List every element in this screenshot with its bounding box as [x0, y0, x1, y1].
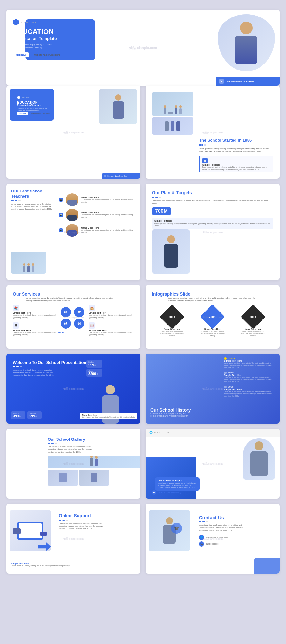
box-icon: 📋	[202, 158, 208, 163]
hi-year-1: 2025	[229, 357, 235, 360]
history-items: 2025 Simple Text Here Lorem ipsum is a s…	[224, 357, 275, 400]
cd-3	[206, 521, 208, 522]
diamond-value-2: 700K	[209, 315, 216, 319]
svc-desc-l1: Lorem ipsum is a simply dummy text of th…	[13, 314, 58, 319]
svc-num-01: 01	[61, 307, 71, 317]
hi-dot-1	[224, 357, 227, 360]
teacher-avatar-3	[66, 224, 78, 237]
welcome-header: Welcome To Our School Presentation Lorem…	[13, 360, 134, 376]
contact-phone: 0124-000-0000	[206, 543, 219, 545]
service-item-right-2: 📖 Simple Text Here Lorem ipsum is a simp…	[89, 322, 134, 336]
school-started-content: The School Started In 1986 Lorem ipsum i…	[199, 135, 273, 172]
watermark-8: 仙品 xianpic.com	[63, 387, 84, 391]
contact-item-2: 📞 0124-000-0000	[199, 541, 273, 547]
sh-title: EDUCATION	[17, 100, 134, 104]
sologun-person	[243, 438, 275, 480]
company-bar: 🏛 Company Name Goes Here	[216, 77, 280, 86]
t-dot-3	[18, 200, 21, 201]
gallery-title: Our School Gallery	[48, 437, 140, 442]
sh-desc: Lorem ipsum is a simply dummy text of th…	[17, 107, 49, 111]
hero-desc: Lorem Ipsum is a simply dummy text of th…	[13, 43, 57, 49]
hi-year-2: 2030	[228, 371, 234, 374]
svc-desc-r1: Lorem ipsum is a simply dummy text of th…	[89, 314, 134, 319]
gd-1	[48, 443, 50, 444]
box-desc: Lorem ipsum is a simply dummy text of th…	[202, 166, 271, 171]
welcome-stat-2: Alumni 8299+	[86, 369, 102, 377]
teacher-desc-2: Lorem ipsum is a simply dummy text of th…	[81, 214, 134, 218]
os-simple-title: Simple Text Here	[11, 562, 136, 565]
cd-1	[199, 521, 201, 522]
logo-text: LOGO TEXT	[21, 21, 38, 24]
teachers-desc: Lorem ipsum is a simply dummy text of th…	[11, 203, 52, 211]
school-started-desc: Lorem ipsum is a simply dummy text of th…	[199, 147, 273, 153]
teacher-desc-3: Lorem ipsum is a simply dummy text of th…	[81, 229, 134, 234]
slide-infographics: Infographics Slide Lorem ipsum is a simp…	[146, 285, 280, 349]
svc-icon-4: 📖	[89, 322, 95, 329]
sh-company-bar: 🏛 Company Name Goes Here	[102, 173, 140, 179]
hi-title-2: Simple Text Here	[224, 374, 275, 376]
visit-now-button[interactable]: Visit Now	[13, 52, 29, 57]
contact-items: 🌐 Website Name Goes Here 📞 0124-000-0000	[199, 535, 273, 547]
camera-icon-1: 📷	[59, 198, 63, 202]
sh-logo-hex	[17, 96, 20, 99]
t-dot-2	[15, 200, 17, 201]
hi-title-1: Simple Text Here	[224, 360, 275, 362]
service-item-left-1: 📚 Simple Text Here Lorem ipsum is a simp…	[13, 305, 58, 319]
school-images	[152, 92, 273, 135]
camera-icon-2: 📷	[59, 213, 63, 217]
svc-icon-3: 🏫	[89, 305, 95, 311]
presenter-figure	[164, 235, 178, 268]
bs-num-1: 399+	[13, 414, 24, 418]
svc-num-04: 04	[74, 319, 84, 329]
teacher-card-1: 📷 Name Goes Here Lorem ipsum is a simply…	[59, 193, 134, 206]
sologun-history-link[interactable]: ▶ Visit Our School History	[152, 490, 181, 495]
plan-content: Our Plan & Targets Lorem ipsum is a simp…	[152, 190, 273, 274]
history-title: Our School History	[150, 407, 191, 413]
slide-online-support: Online Support Lorem ipsum is a simply d…	[6, 504, 140, 574]
history-subtitle: Lorem ipsum is a simply dummy text of th…	[150, 413, 188, 417]
os-dot-3	[66, 520, 68, 521]
services-title: Our Services	[13, 292, 134, 297]
pd-2	[155, 197, 158, 198]
teacher-avatar-1	[66, 193, 78, 206]
welcome-bottom-stats: Students 399+ Teachers 299+	[11, 411, 42, 419]
contact-website: Website Name Goes Here	[206, 536, 228, 538]
contact-globe-icon: 🌐	[199, 535, 204, 540]
contact-content: Contact Us Lorem ipsum is a simply dummy…	[199, 510, 273, 547]
stat-num-1: 599+	[88, 363, 100, 367]
teacher-name-3: Name Goes Here	[81, 227, 134, 229]
gallery-photo-2	[48, 470, 78, 486]
gallery-left: Simple Text Here Lorem ipsum is a simply…	[6, 429, 140, 434]
teachers-title: Our Best School Teachers	[11, 189, 52, 198]
gd-2	[51, 443, 54, 444]
welcome-person-desc: Lorem ipsum is a simply dummy text of th…	[82, 416, 135, 418]
watermark-12: 仙品 xianpic.com	[63, 537, 84, 540]
service-item-right-1: 🏫 Simple Text Here Lorem ipsum is a simp…	[89, 305, 134, 319]
svc-icon-1: 📚	[13, 305, 19, 311]
svc-icon-2: 🎓	[13, 322, 19, 329]
diamond-shape-3: 700K	[241, 305, 265, 329]
sh-company-name: Company Name Goes Here	[107, 175, 127, 177]
school-img-top	[152, 92, 193, 116]
info-desc: Lorem ipsum is a simply dummy text of th…	[168, 297, 257, 302]
sol-link-icon: ▶	[152, 490, 156, 495]
services-desc: Lorem ipsum is a simply dummy text of th…	[26, 297, 121, 302]
svc-title-r1: Simple Text Here	[89, 312, 134, 314]
os-title: Online Support	[59, 513, 134, 519]
hero-title-main: EDUCATION	[13, 28, 273, 36]
cd-2	[202, 521, 205, 522]
watermark-2: 仙品 xianpic.com	[63, 131, 84, 134]
hi-dot-3	[224, 386, 227, 388]
os-title-area: Online Support Lorem ipsum is a simply d…	[59, 510, 134, 530]
history-item-1: 2025 Simple Text Here Lorem ipsum is a s…	[224, 357, 275, 369]
teachers-class-img	[11, 252, 46, 274]
gallery-photos	[48, 456, 140, 486]
plan-desc: Lorem ipsum is a simply dummy text of th…	[152, 199, 273, 205]
diamond-desc-3: Lorem ipsum is a simply dummy text of th…	[240, 330, 266, 337]
sol-link-text: Visit Our School History	[158, 492, 181, 494]
sh-visit-button[interactable]: Visit Now	[17, 112, 28, 115]
info-diamonds: 700K Name Goes Here Lorem ipsum is a sim…	[152, 305, 273, 340]
svc-year: 2000	[48, 331, 73, 334]
hi-year-3: 2035	[228, 386, 234, 388]
service-item-left-2: 🎓 Simple Text Here Lorem ipsum is a simp…	[13, 322, 58, 336]
